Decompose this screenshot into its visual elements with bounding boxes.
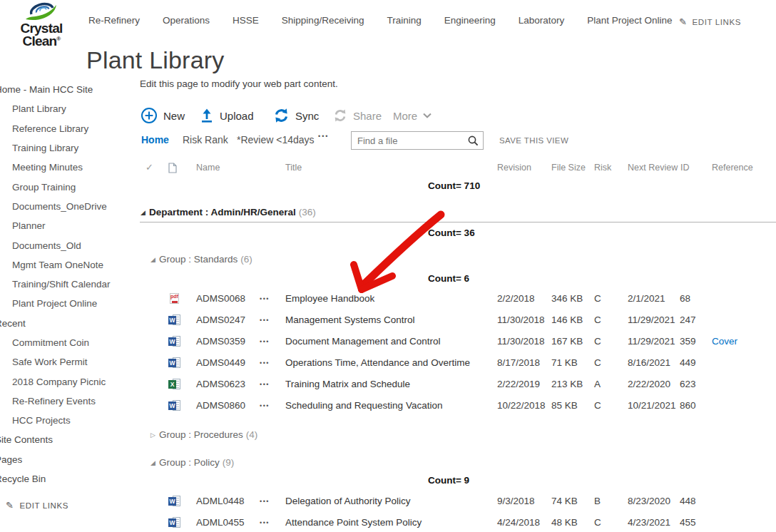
- sidebar-item-plant-library[interactable]: Plant Library: [12, 99, 140, 118]
- file-title-link[interactable]: Attendance Point System Policy: [285, 512, 422, 532]
- nav-shipping-receiving[interactable]: Shipping/Receiving: [282, 15, 364, 26]
- sidebar-item-training-library[interactable]: Training Library: [12, 138, 140, 158]
- file-reference-link[interactable]: Cover: [712, 331, 737, 352]
- nav-operations[interactable]: Operations: [163, 15, 210, 26]
- search-input[interactable]: [352, 132, 471, 149]
- sidebar-item-documents-old[interactable]: Documents_Old: [12, 235, 140, 255]
- view-tabs-ellipsis[interactable]: •••: [318, 133, 329, 140]
- sidebar-item-hcc-projects[interactable]: HCC Projects: [12, 411, 140, 430]
- save-this-view-link[interactable]: SAVE THIS VIEW: [499, 136, 568, 145]
- search-icon[interactable]: [468, 135, 479, 146]
- sidebar-item-commitment-coin[interactable]: Commitment Coin: [12, 333, 140, 352]
- sidebar-item-2018-company-picnic[interactable]: 2018 Company Picnic: [12, 372, 140, 391]
- sidebar-item-home-main-hcc-site[interactable]: Home - Main HCC Site: [0, 80, 140, 99]
- column-header-name[interactable]: Name: [196, 163, 220, 173]
- nav-engineering[interactable]: Engineering: [444, 15, 496, 26]
- table-row[interactable]: pdf ADMS0068 ••• Employee Handbook 2/2/2…: [140, 288, 776, 310]
- file-title-link[interactable]: Employee Handbook: [285, 288, 374, 310]
- sidebar-item-training-shift-calendar[interactable]: Training/Shift Calendar: [12, 275, 140, 294]
- expand-triangle-icon[interactable]: ▷: [150, 431, 155, 439]
- collapse-triangle-icon[interactable]: ◢: [141, 209, 146, 216]
- column-header-id[interactable]: ID: [680, 163, 690, 173]
- column-header-revision[interactable]: Revision: [497, 163, 531, 173]
- table-row[interactable]: W ADML0455 ••• Attendance Point System P…: [140, 512, 776, 532]
- nav-hsse[interactable]: HSSE: [233, 15, 259, 26]
- table-row[interactable]: W ADML0448 ••• Delegation of Authority P…: [140, 491, 776, 512]
- collapse-triangle-icon[interactable]: ◢: [150, 459, 155, 466]
- file-next-review: 11/29/2021: [628, 331, 675, 352]
- document-type-column-icon[interactable]: [168, 163, 177, 175]
- row-menu-ellipsis[interactable]: •••: [260, 512, 270, 532]
- file-name-link[interactable]: ADML0448: [196, 491, 245, 512]
- sync-button[interactable]: Sync: [273, 106, 319, 126]
- select-all-check-icon[interactable]: ✓: [146, 162, 153, 173]
- table-row[interactable]: X ADMS0623 ••• Training Matrix and Sched…: [140, 374, 776, 395]
- sidebar-item-group-training[interactable]: Group Training: [12, 177, 140, 196]
- pdf-file-icon: pdf: [168, 293, 180, 305]
- file-title-link[interactable]: Training Matrix and Schedule: [285, 374, 410, 395]
- tab-review-14days[interactable]: *Review <14days: [237, 134, 315, 145]
- file-name-link[interactable]: ADMS0860: [196, 395, 245, 416]
- column-header-risk[interactable]: Risk: [594, 163, 611, 173]
- share-button[interactable]: Share: [333, 106, 382, 126]
- table-row[interactable]: W ADMS0860 ••• Scheduling and Requesting…: [140, 395, 776, 416]
- nav-training[interactable]: Training: [387, 15, 421, 26]
- sidebar-item-reference-library[interactable]: Reference Library: [12, 119, 140, 138]
- column-header-next-review[interactable]: Next Review: [628, 163, 678, 173]
- column-header-title[interactable]: Title: [285, 163, 302, 173]
- sidebar-edit-links-button[interactable]: ✎ EDIT LINKS: [6, 500, 68, 511]
- sidebar-item-mgmt-team-onenote[interactable]: Mgmt Team OneNote: [12, 255, 140, 275]
- nav-plant-project-online[interactable]: Plant Project Online: [587, 15, 672, 26]
- sidebar-item-re-refinery-events[interactable]: Re-Refinery Events: [12, 392, 140, 411]
- file-name-link[interactable]: ADMS0623: [196, 374, 245, 395]
- table-row[interactable]: W ADMS0359 ••• Document Management and C…: [140, 331, 776, 352]
- tab-home[interactable]: Home: [141, 134, 169, 145]
- group-header-department-admin-hr-general[interactable]: ◢Department : Admin/HR/General(36): [141, 207, 316, 218]
- more-menu-button[interactable]: More: [393, 106, 432, 126]
- sidebar-item-site-contents[interactable]: Site Contents: [0, 430, 140, 449]
- file-name-link[interactable]: ADMS0068: [196, 288, 245, 310]
- group-header-procedures[interactable]: ▷Group : Procedures(4): [150, 429, 257, 440]
- nav-laboratory[interactable]: Laboratory: [519, 15, 565, 26]
- table-row[interactable]: W ADMS0449 ••• Operations Time, Attendan…: [140, 352, 776, 374]
- row-menu-ellipsis[interactable]: •••: [260, 310, 270, 331]
- sidebar-item-safe-work-permit[interactable]: Safe Work Permit: [12, 352, 140, 372]
- sidebar-item-documents-onedrive[interactable]: Documents_OneDrive: [12, 197, 140, 216]
- collapse-triangle-icon[interactable]: ◢: [150, 256, 155, 263]
- row-menu-ellipsis[interactable]: •••: [260, 395, 270, 416]
- row-menu-ellipsis[interactable]: •••: [260, 331, 270, 352]
- file-title-link[interactable]: Delegation of Authority Policy: [285, 491, 411, 512]
- sidebar-item-pages[interactable]: Pages: [0, 450, 140, 469]
- column-header-file-size[interactable]: File Size: [551, 163, 586, 173]
- upload-button[interactable]: Upload: [200, 106, 254, 126]
- file-name-link[interactable]: ADMS0449: [196, 352, 245, 374]
- file-name-link[interactable]: ADMS0359: [196, 331, 245, 352]
- file-title-link[interactable]: Scheduling and Requesting Vacation: [285, 395, 442, 416]
- group-header-standards[interactable]: ◢Group : Standards(6): [150, 254, 252, 265]
- file-title-link[interactable]: Document Management and Control: [285, 331, 441, 352]
- row-menu-ellipsis[interactable]: •••: [260, 352, 270, 374]
- policy-group-label: Group : Policy: [159, 457, 220, 468]
- sidebar-section-recent[interactable]: Recent: [0, 314, 140, 333]
- group-header-policy[interactable]: ◢Group : Policy(9): [150, 457, 234, 468]
- nav-re-refinery[interactable]: Re-Refinery: [88, 15, 140, 26]
- row-menu-ellipsis[interactable]: •••: [260, 491, 270, 512]
- row-menu-ellipsis[interactable]: •••: [260, 288, 270, 310]
- table-row[interactable]: W ADMS0247 ••• Management Systems Contro…: [140, 310, 776, 331]
- new-button[interactable]: New: [141, 106, 185, 126]
- row-menu-ellipsis[interactable]: •••: [260, 374, 270, 395]
- sidebar-item-plant-project-online[interactable]: Plant Project Online: [12, 294, 140, 313]
- top-edit-links-button[interactable]: ✎ EDIT LINKS: [679, 16, 741, 27]
- column-header-reference[interactable]: Reference: [712, 163, 753, 173]
- sidebar-item-recycle-bin[interactable]: Recycle Bin: [0, 469, 140, 488]
- file-name-link[interactable]: ADML0455: [196, 512, 245, 532]
- file-risk: C: [594, 395, 601, 416]
- tab-risk-rank[interactable]: Risk Rank: [183, 134, 228, 145]
- sidebar-item-planner[interactable]: Planner: [12, 216, 140, 235]
- sidebar-item-meeting-minutes[interactable]: Meeting Minutes: [12, 158, 140, 177]
- file-name-link[interactable]: ADMS0247: [196, 310, 245, 331]
- word-file-icon: W: [168, 314, 180, 326]
- crystal-clean-logo[interactable]: Crystal Clean®: [1, 1, 81, 46]
- file-title-link[interactable]: Management Systems Control: [285, 310, 415, 331]
- file-title-link[interactable]: Operations Time, Attendance and Overtime: [285, 352, 470, 374]
